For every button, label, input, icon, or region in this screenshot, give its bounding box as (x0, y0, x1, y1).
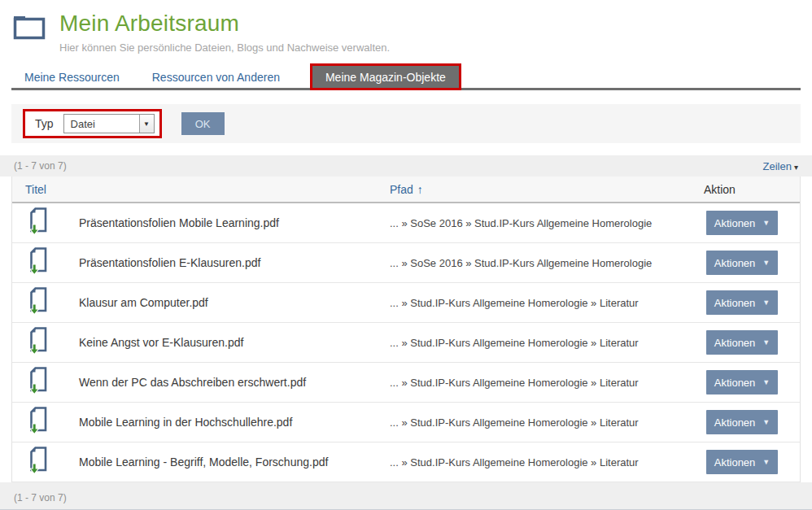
path-cell: ... » Stud.IP-Kurs Allgemeine Homerologi… (390, 337, 694, 349)
tab-label: Meine Magazin-Objekte (325, 71, 446, 84)
page-title: Mein Arbeitsraum (59, 11, 390, 37)
file-download-icon (28, 326, 48, 359)
path-cell: ... » SoSe 2016 » Stud.IP-Kurs Allgemein… (390, 217, 694, 229)
title-cell: Mobile Learning in der Hochschullehre.pd… (12, 406, 390, 438)
title-cell: Keine Angst vor E-Klausuren.pdf (12, 326, 390, 359)
type-filter-group: Typ Datei ▼ (23, 109, 162, 138)
actions-button-label: Aktionen (714, 456, 756, 469)
file-download-icon (28, 366, 48, 399)
action-cell: Aktionen ▼ (694, 410, 800, 434)
title-cell: Klausur am Computer.pdf (12, 286, 390, 319)
table-row: Mobile Learning in der Hochschullehre.pd… (12, 403, 800, 442)
actions-button[interactable]: Aktionen ▼ (706, 211, 778, 235)
actions-button-label: Aktionen (714, 217, 756, 229)
title-cell: Mobile Learning - Begriff, Modelle, Fors… (12, 446, 390, 478)
path-cell: ... » Stud.IP-Kurs Allgemeine Homerologi… (390, 456, 694, 469)
caret-down-icon[interactable]: ▼ (139, 115, 154, 133)
page-header: Mein Arbeitsraum Hier können Sie persönl… (0, 0, 812, 54)
file-download-icon (28, 406, 48, 438)
type-select-value: Datei (64, 115, 139, 133)
actions-button[interactable]: Aktionen ▼ (706, 370, 778, 394)
file-title[interactable]: Wenn der PC das Abschreiben erschwert.pd… (79, 376, 306, 389)
caret-down-icon: ▼ (762, 259, 770, 267)
caret-down-icon: ▼ (762, 299, 770, 307)
files-table: Titel Pfad↑ Aktion Präsentationsfolien M… (11, 177, 801, 482)
title-cell: Wenn der PC das Abschreiben erschwert.pd… (12, 366, 390, 399)
file-download-icon (28, 207, 48, 239)
ok-button[interactable]: OK (181, 112, 225, 135)
title-cell: Präsentationsfolien Mobile Learning.pdf (12, 207, 390, 239)
action-cell: Aktionen ▼ (694, 211, 800, 235)
actions-button[interactable]: Aktionen ▼ (706, 330, 778, 355)
actions-button[interactable]: Aktionen ▼ (706, 251, 778, 275)
filter-bar: Typ Datei ▼ OK (11, 104, 801, 143)
tab-ressourcen-von-anderen[interactable]: Ressourcen von Anderen (152, 66, 280, 88)
action-cell: Aktionen ▼ (694, 330, 800, 355)
pagination-top: (1 - 7 von 7) Zeilen▾ (0, 155, 812, 177)
header-text: Mein Arbeitsraum Hier können Sie persönl… (59, 11, 390, 54)
actions-button-label: Aktionen (714, 257, 756, 269)
rows-link-label: Zeilen (763, 160, 792, 172)
type-filter-label: Typ (35, 117, 54, 130)
tab-label: Meine Ressourcen (24, 71, 120, 84)
caret-down-icon: ▼ (762, 378, 770, 386)
actions-button[interactable]: Aktionen ▼ (706, 410, 778, 434)
column-header-path-label: Pfad (390, 183, 413, 196)
table-body: Präsentationsfolien Mobile Learning.pdf … (12, 203, 800, 482)
pagination-bottom: (1 - 7 von 7) (0, 482, 812, 509)
actions-button-label: Aktionen (714, 337, 756, 349)
type-select[interactable]: Datei ▼ (63, 114, 155, 133)
actions-button-label: Aktionen (714, 416, 756, 429)
file-title[interactable]: Mobile Learning in der Hochschullehre.pd… (79, 416, 292, 429)
column-header-action: Aktion (694, 183, 800, 196)
action-cell: Aktionen ▼ (694, 251, 800, 275)
caret-down-icon: ▼ (762, 418, 770, 426)
actions-button-label: Aktionen (714, 297, 756, 309)
pagination-range: (1 - 7 von 7) (14, 492, 67, 503)
action-cell: Aktionen ▼ (694, 450, 800, 474)
tab-meine-ressourcen[interactable]: Meine Ressourcen (24, 66, 120, 88)
file-download-icon (28, 286, 48, 319)
table-row: Klausur am Computer.pdf ... » Stud.IP-Ku… (12, 283, 800, 323)
path-cell: ... » Stud.IP-Kurs Allgemeine Homerologi… (390, 377, 694, 389)
table-row: Präsentationsfolien Mobile Learning.pdf … (12, 203, 800, 243)
pagination-range: (1 - 7 von 7) (14, 160, 67, 172)
file-title[interactable]: Präsentationsfolien E-Klausuren.pdf (79, 256, 260, 269)
rows-per-page-link[interactable]: Zeilen▾ (763, 160, 798, 172)
caret-down-icon: ▾ (794, 163, 798, 172)
path-cell: ... » Stud.IP-Kurs Allgemeine Homerologi… (390, 297, 694, 309)
caret-down-icon: ▼ (762, 338, 770, 347)
path-cell: ... » SoSe 2016 » Stud.IP-Kurs Allgemein… (390, 257, 694, 269)
tab-meine-magazin-objekte[interactable]: Meine Magazin-Objekte (312, 66, 459, 88)
column-header-title[interactable]: Titel (12, 183, 390, 196)
file-title[interactable]: Klausur am Computer.pdf (79, 296, 208, 309)
action-cell: Aktionen ▼ (694, 370, 800, 394)
file-title[interactable]: Mobile Learning - Begriff, Modelle, Fors… (79, 456, 328, 469)
actions-button-label: Aktionen (714, 377, 756, 389)
caret-down-icon: ▼ (762, 219, 770, 227)
column-header-path[interactable]: Pfad↑ (390, 183, 694, 196)
file-title[interactable]: Keine Angst vor E-Klausuren.pdf (79, 336, 243, 349)
table-row: Keine Angst vor E-Klausuren.pdf ... » St… (12, 323, 800, 363)
workspace-page: Mein Arbeitsraum Hier können Sie persönl… (0, 0, 812, 510)
arrow-up-icon: ↑ (417, 183, 423, 196)
actions-button[interactable]: Aktionen ▼ (706, 290, 778, 315)
table-row: Wenn der PC das Abschreiben erschwert.pd… (12, 363, 800, 403)
table-row: Mobile Learning - Begriff, Modelle, Fors… (12, 442, 800, 482)
table-row: Präsentationsfolien E-Klausuren.pdf ... … (12, 243, 800, 283)
file-title[interactable]: Präsentationsfolien Mobile Learning.pdf (79, 216, 279, 229)
file-download-icon (28, 446, 48, 478)
tab-label: Ressourcen von Anderen (152, 71, 280, 84)
action-cell: Aktionen ▼ (694, 290, 800, 315)
title-cell: Präsentationsfolien E-Klausuren.pdf (12, 246, 390, 279)
tab-bar: Meine Ressourcen Ressourcen von Anderen … (11, 66, 801, 90)
folder-icon (13, 14, 46, 43)
path-cell: ... » Stud.IP-Kurs Allgemeine Homerologi… (390, 416, 694, 429)
file-download-icon (28, 246, 48, 279)
page-subtitle: Hier können Sie persönliche Dateien, Blo… (59, 41, 390, 54)
actions-button[interactable]: Aktionen ▼ (706, 450, 778, 474)
caret-down-icon: ▼ (762, 458, 770, 466)
table-header-row: Titel Pfad↑ Aktion (12, 177, 800, 203)
